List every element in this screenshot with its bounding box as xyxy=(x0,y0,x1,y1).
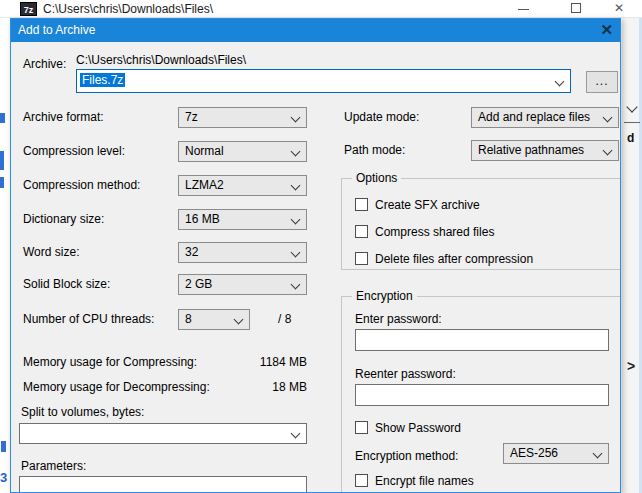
compression-level-label: Compression level: xyxy=(23,144,125,158)
compress-shared-checkbox[interactable] xyxy=(355,225,368,238)
chevron-down-icon xyxy=(593,449,603,459)
parameters-input[interactable] xyxy=(19,476,307,493)
path-mode-value: Relative pathnames xyxy=(478,143,584,157)
compression-method-label: Compression method: xyxy=(23,178,140,192)
dictionary-size-dropdown[interactable]: 16 MB xyxy=(178,209,307,230)
update-mode-value: Add and replace files xyxy=(478,110,590,124)
cpu-threads-dropdown[interactable]: 8 xyxy=(178,309,250,330)
chevron-down-icon xyxy=(291,113,301,123)
chevron-down-icon xyxy=(291,429,301,439)
create-sfx-label: Create SFX archive xyxy=(375,198,480,212)
browse-button[interactable]: ... xyxy=(586,71,618,93)
dictionary-size-value: 16 MB xyxy=(185,212,220,226)
show-password-checkbox[interactable] xyxy=(355,421,368,434)
archive-filename-selected: Files.7z xyxy=(80,73,125,87)
word-size-value: 32 xyxy=(185,245,198,259)
encryption-method-dropdown[interactable]: AES-256 xyxy=(503,443,609,464)
show-password-label: Show Password xyxy=(375,421,461,435)
chevron-down-icon[interactable] xyxy=(555,77,565,87)
cpu-threads-max: / 8 xyxy=(278,312,291,326)
word-size-label: Word size: xyxy=(23,245,79,259)
chevron-down-icon xyxy=(603,113,613,123)
enter-password-input[interactable] xyxy=(355,329,609,351)
background-column-text: d xyxy=(627,131,634,145)
cpu-threads-label: Number of CPU threads: xyxy=(23,312,154,326)
solid-block-size-label: Solid Block size: xyxy=(23,277,110,291)
delete-after-checkbox[interactable] xyxy=(355,252,368,265)
dialog-close-icon[interactable]: ✕ xyxy=(600,21,613,39)
encryption-group-title: Encryption xyxy=(352,289,417,303)
add-to-archive-dialog: Add to Archive ✕ Archive: C:\Users\chris… xyxy=(10,18,621,493)
chevron-down-icon xyxy=(291,280,301,290)
dialog-title: Add to Archive xyxy=(18,23,95,37)
background-separator xyxy=(624,122,640,123)
archive-name-combobox[interactable]: Files.7z xyxy=(76,69,571,93)
cpu-threads-value: 8 xyxy=(185,312,192,326)
compression-method-value: LZMA2 xyxy=(185,178,224,192)
dictionary-size-label: Dictionary size: xyxy=(23,212,104,226)
chevron-down-icon xyxy=(291,181,301,191)
background-window-title: C:\Users\chris\Downloads\Files\ xyxy=(43,2,213,16)
chevron-down-icon xyxy=(291,215,301,225)
archive-label: Archive: xyxy=(23,57,66,71)
delete-after-label: Delete files after compression xyxy=(375,252,533,266)
reenter-password-label: Reenter password: xyxy=(355,367,456,381)
encryption-method-label: Encryption method: xyxy=(355,449,458,463)
solid-block-size-dropdown[interactable]: 2 GB xyxy=(178,274,307,295)
encrypt-file-names-label: Encrypt file names xyxy=(375,474,474,488)
archive-path: C:\Users\chris\Downloads\Files\ xyxy=(76,53,246,67)
split-volumes-combobox[interactable] xyxy=(19,423,307,444)
update-mode-label: Update mode: xyxy=(344,110,419,124)
minimize-icon[interactable] xyxy=(518,9,529,10)
solid-block-size-value: 2 GB xyxy=(185,277,212,291)
archive-format-dropdown[interactable]: 7z xyxy=(178,107,307,128)
reenter-password-input[interactable] xyxy=(355,384,609,406)
encryption-method-value: AES-256 xyxy=(510,446,558,460)
encrypt-file-names-checkbox[interactable] xyxy=(355,474,368,487)
compression-level-dropdown[interactable]: Normal xyxy=(178,141,307,162)
background-fragment xyxy=(0,113,5,123)
background-fragment xyxy=(1,441,6,452)
split-volumes-label: Split to volumes, bytes: xyxy=(21,405,144,419)
options-group-title: Options xyxy=(352,171,401,185)
dialog-body: Archive: C:\Users\chris\Downloads\Files\… xyxy=(11,42,621,493)
dialog-titlebar[interactable]: Add to Archive ✕ xyxy=(11,19,620,42)
parameters-label: Parameters: xyxy=(21,459,86,473)
archive-format-label: Archive format: xyxy=(23,110,104,124)
background-text-fragment: 3 xyxy=(0,470,7,485)
word-size-dropdown[interactable]: 32 xyxy=(178,242,307,263)
chevron-down-icon xyxy=(603,146,613,156)
memory-decompressing-label: Memory usage for Decompressing: xyxy=(23,380,210,394)
chevron-down-icon xyxy=(291,147,301,157)
7zip-app-icon: 7z xyxy=(20,2,37,16)
enter-password-label: Enter password: xyxy=(355,312,442,326)
background-arrow-fragment: > xyxy=(627,358,635,374)
compression-method-dropdown[interactable]: LZMA2 xyxy=(178,175,307,196)
path-mode-dropdown[interactable]: Relative pathnames xyxy=(471,140,619,161)
path-mode-label: Path mode: xyxy=(344,143,405,157)
update-mode-dropdown[interactable]: Add and replace files xyxy=(471,107,619,128)
archive-format-value: 7z xyxy=(185,110,198,124)
memory-compressing-value: 1184 MB xyxy=(231,355,307,369)
maximize-icon[interactable] xyxy=(571,3,581,13)
memory-decompressing-value: 18 MB xyxy=(231,380,307,394)
close-icon[interactable]: ✕ xyxy=(614,1,624,15)
chevron-down-icon xyxy=(291,248,301,258)
background-fragment xyxy=(0,177,4,188)
memory-compressing-label: Memory usage for Compressing: xyxy=(23,355,197,369)
compress-shared-label: Compress shared files xyxy=(375,225,494,239)
compression-level-value: Normal xyxy=(185,144,224,158)
chevron-down-icon xyxy=(234,315,244,325)
background-fragment xyxy=(0,151,4,170)
create-sfx-checkbox[interactable] xyxy=(355,198,368,211)
